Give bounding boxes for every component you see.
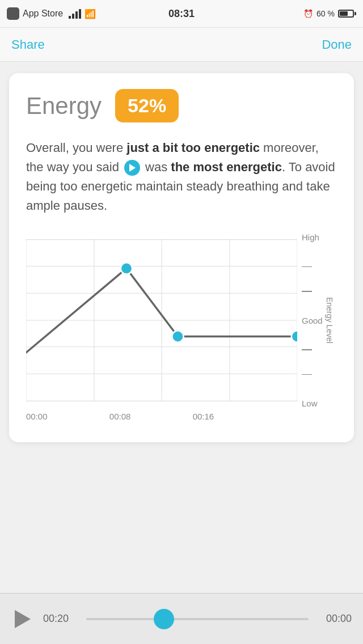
app-store-icon [7, 7, 19, 20]
nav-bar: Share Done [0, 28, 363, 62]
chart-point-3 [292, 331, 297, 342]
progress-track[interactable] [86, 618, 309, 620]
y-label-line4 [302, 374, 332, 375]
main-content: Energy 52% Overall, you were just a bit … [0, 62, 363, 442]
energy-chart: 00:00 00:08 00:16 00:24 High Good Low En… [26, 232, 337, 425]
status-left: App Store 📶 [7, 7, 96, 20]
body-text-bold2: the most energetic [171, 160, 282, 174]
x-label-1: 00:08 [109, 412, 131, 421]
x-label-2: 00:16 [193, 412, 214, 421]
play-button[interactable] [11, 608, 34, 630]
play-icon [15, 610, 31, 628]
battery-percent: 60 % [316, 9, 335, 18]
body-text-bold1: just a bit too energetic [126, 141, 260, 155]
y-label-line2 [302, 291, 332, 292]
card-body-text: Overall, you were just a bit too energet… [26, 138, 337, 215]
time-elapsed: 00:20 [43, 613, 77, 625]
chart-point-1 [121, 263, 132, 274]
score-badge: 52% [115, 89, 179, 122]
energy-level-label: Energy Level [325, 298, 334, 344]
battery-icon [338, 10, 356, 18]
body-text-part1: Overall, you were [26, 141, 126, 155]
chart-point-2 [172, 331, 183, 342]
chart-svg-area: 00:00 00:08 00:16 00:24 [26, 232, 297, 425]
share-button[interactable]: Share [11, 37, 45, 52]
card-header: Energy 52% [26, 89, 337, 122]
signal-bars [69, 9, 81, 19]
progress-thumb[interactable] [154, 609, 174, 629]
card-title: Energy [26, 92, 102, 120]
inline-play-button[interactable] [124, 160, 140, 176]
chart-y-labels: High Good Low Energy Level [297, 232, 337, 408]
body-text-part3: was [142, 160, 171, 174]
y-label-high: High [302, 232, 332, 242]
chart-svg [26, 232, 297, 408]
done-button[interactable]: Done [322, 37, 352, 52]
status-time: 08:31 [168, 8, 195, 20]
y-label-line1 [302, 266, 332, 268]
x-label-0: 00:00 [26, 412, 48, 421]
status-right: ⏰ 60 % [303, 9, 356, 18]
y-label-line3 [302, 349, 332, 350]
status-bar: App Store 📶 08:31 ⏰ 60 % [0, 0, 363, 28]
time-remaining: 00:00 [318, 613, 352, 625]
energy-card: Energy 52% Overall, you were just a bit … [9, 73, 354, 442]
app-store-name: App Store [23, 9, 63, 19]
chart-x-labels: 00:00 00:08 00:16 00:24 [26, 408, 297, 421]
wifi-icon: 📶 [85, 9, 96, 19]
audio-player: 00:20 00:00 [0, 593, 363, 644]
progress-fill [86, 618, 164, 620]
alarm-icon: ⏰ [303, 9, 313, 18]
inline-play-triangle [129, 164, 136, 172]
y-label-low: Low [302, 399, 332, 408]
